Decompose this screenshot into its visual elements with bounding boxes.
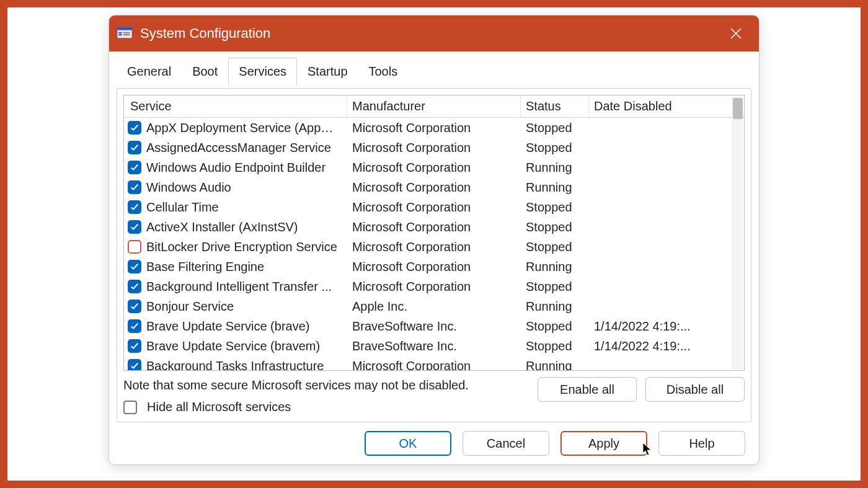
- system-configuration-dialog: System Configuration GeneralBootServices…: [108, 15, 760, 465]
- service-manufacturer: Microsoft Corporation: [347, 161, 521, 175]
- service-status: Stopped: [521, 339, 589, 353]
- service-name: Windows Audio: [146, 180, 231, 195]
- cancel-button[interactable]: Cancel: [463, 431, 549, 456]
- service-checkbox[interactable]: [128, 260, 141, 273]
- header-manufacturer[interactable]: Manufacturer: [347, 95, 521, 117]
- service-name: AssignedAccessManager Service: [146, 141, 331, 155]
- service-row[interactable]: Cellular TimeMicrosoft CorporationStoppe…: [124, 197, 744, 217]
- service-status: Stopped: [521, 200, 589, 215]
- service-manufacturer: Microsoft Corporation: [347, 220, 521, 234]
- service-name: Brave Update Service (brave): [146, 319, 309, 334]
- service-row[interactable]: Background Intelligent Transfer ...Micro…: [124, 277, 744, 296]
- service-row[interactable]: Background Tasks InfrastructureMicrosoft…: [124, 356, 744, 371]
- service-checkbox[interactable]: [128, 180, 141, 194]
- scrollbar-thumb[interactable]: [733, 98, 743, 119]
- service-status: Running: [521, 260, 589, 274]
- service-row[interactable]: Base Filtering EngineMicrosoft Corporati…: [124, 257, 744, 277]
- service-status: Stopped: [521, 240, 589, 254]
- service-checkbox[interactable]: [128, 280, 141, 293]
- svg-rect-3: [118, 34, 122, 35]
- service-manufacturer: Microsoft Corporation: [347, 280, 521, 294]
- service-manufacturer: Microsoft Corporation: [347, 180, 521, 195]
- service-name: BitLocker Drive Encryption Service: [146, 240, 337, 254]
- service-status: Stopped: [521, 319, 589, 334]
- svg-rect-2: [118, 32, 122, 33]
- service-checkbox[interactable]: [128, 121, 141, 135]
- header-status[interactable]: Status: [521, 95, 589, 117]
- help-button[interactable]: Help: [658, 431, 745, 456]
- tab-startup[interactable]: Startup: [297, 58, 358, 86]
- service-manufacturer: Microsoft Corporation: [347, 121, 521, 135]
- table-header: Service Manufacturer Status Date Disable…: [124, 95, 744, 118]
- service-status: Running: [521, 161, 589, 175]
- header-service[interactable]: Service: [124, 95, 347, 117]
- service-name: Background Tasks Infrastructure: [146, 359, 324, 371]
- service-name: Brave Update Service (bravem): [146, 339, 320, 353]
- service-status: Running: [521, 299, 589, 314]
- service-name: Windows Audio Endpoint Builder: [146, 161, 326, 175]
- service-name: Base Filtering Engine: [146, 260, 264, 274]
- tab-boot[interactable]: Boot: [182, 58, 228, 86]
- service-name: AppX Deployment Service (AppX...: [146, 121, 339, 135]
- header-date-disabled[interactable]: Date Disabled: [589, 95, 744, 117]
- service-name: Cellular Time: [146, 200, 219, 215]
- service-date-disabled: 1/14/2022 4:19:...: [589, 319, 744, 334]
- hide-microsoft-label: Hide all Microsoft services: [147, 400, 291, 414]
- service-manufacturer: Microsoft Corporation: [347, 141, 521, 155]
- secure-services-note: Note that some secure Microsoft services…: [123, 378, 530, 393]
- service-status: Stopped: [521, 220, 589, 234]
- msconfig-icon: [117, 25, 133, 42]
- service-status: Running: [521, 359, 589, 371]
- tab-tools[interactable]: Tools: [358, 58, 409, 86]
- service-name: Bonjour Service: [146, 299, 234, 314]
- titlebar: System Configuration: [109, 16, 759, 51]
- service-manufacturer: Microsoft Corporation: [347, 260, 521, 274]
- service-manufacturer: BraveSoftware Inc.: [347, 339, 521, 353]
- service-manufacturer: Microsoft Corporation: [347, 359, 521, 371]
- service-checkbox[interactable]: [128, 220, 141, 234]
- close-icon: [730, 27, 742, 40]
- service-checkbox[interactable]: [128, 240, 141, 254]
- service-status: Stopped: [521, 121, 589, 135]
- window-title: System Configuration: [140, 25, 722, 42]
- enable-all-button[interactable]: Enable all: [538, 377, 637, 402]
- service-checkbox[interactable]: [128, 319, 141, 333]
- service-status: Stopped: [521, 141, 589, 155]
- service-checkbox[interactable]: [128, 299, 141, 313]
- services-table: Service Manufacturer Status Date Disable…: [123, 95, 745, 371]
- service-checkbox[interactable]: [128, 359, 141, 371]
- service-checkbox[interactable]: [128, 161, 141, 174]
- service-manufacturer: Microsoft Corporation: [347, 200, 521, 215]
- tab-services[interactable]: Services: [228, 58, 297, 86]
- service-checkbox[interactable]: [128, 339, 141, 353]
- service-row[interactable]: AssignedAccessManager ServiceMicrosoft C…: [124, 138, 744, 157]
- svg-rect-5: [123, 34, 130, 35]
- service-row[interactable]: AppX Deployment Service (AppX...Microsof…: [124, 118, 744, 138]
- close-button[interactable]: [722, 20, 750, 47]
- service-status: Running: [521, 180, 589, 195]
- service-checkbox[interactable]: [128, 200, 141, 214]
- service-row[interactable]: Windows Audio Endpoint BuilderMicrosoft …: [124, 157, 744, 177]
- service-manufacturer: Microsoft Corporation: [347, 240, 521, 254]
- ok-button[interactable]: OK: [365, 431, 451, 456]
- apply-button[interactable]: Apply: [560, 431, 647, 456]
- service-row[interactable]: Bonjour ServiceApple Inc.Running: [124, 296, 744, 316]
- service-row[interactable]: Windows AudioMicrosoft CorporationRunnin…: [124, 177, 744, 197]
- service-row[interactable]: ActiveX Installer (AxInstSV)Microsoft Co…: [124, 217, 744, 237]
- service-manufacturer: Apple Inc.: [347, 299, 521, 314]
- tab-general[interactable]: General: [117, 58, 182, 86]
- service-row[interactable]: Brave Update Service (bravem)BraveSoftwa…: [124, 336, 744, 356]
- service-manufacturer: BraveSoftware Inc.: [347, 319, 521, 334]
- svg-rect-4: [123, 32, 130, 33]
- hide-microsoft-checkbox[interactable]: [123, 401, 137, 414]
- vertical-scrollbar[interactable]: [732, 97, 743, 370]
- disable-all-button[interactable]: Disable all: [645, 377, 745, 402]
- svg-rect-1: [117, 27, 132, 30]
- service-date-disabled: 1/14/2022 4:19:...: [589, 339, 744, 353]
- service-row[interactable]: BitLocker Drive Encryption ServiceMicros…: [124, 237, 744, 257]
- service-status: Stopped: [521, 280, 589, 294]
- tab-strip: GeneralBootServicesStartupTools: [117, 56, 751, 84]
- service-row[interactable]: Brave Update Service (brave)BraveSoftwar…: [124, 316, 744, 336]
- service-checkbox[interactable]: [128, 141, 141, 154]
- service-name: Background Intelligent Transfer ...: [146, 280, 332, 294]
